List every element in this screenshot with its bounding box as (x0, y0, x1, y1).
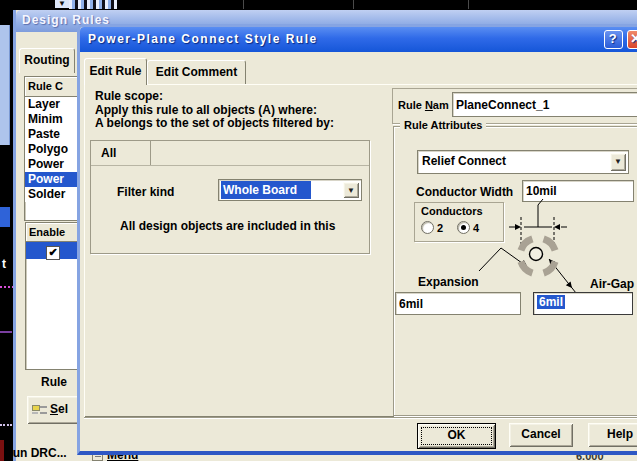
pcb-highlight-fragment (0, 207, 10, 227)
rule-scope-line1: Apply this rule to all objects (A) where… (95, 103, 317, 117)
dialog-titlebar[interactable]: Power-Plane Connect Style Rule ? ✕ (80, 27, 637, 52)
tab-edit-comment[interactable]: Edit Comment (147, 60, 246, 85)
cancel-button[interactable]: Cancel (509, 423, 573, 447)
air-gap-input[interactable]: 6mil (533, 292, 633, 315)
window-edge-fragment (0, 25, 10, 145)
filter-kind-combobox[interactable]: Whole Board ▼ (218, 179, 362, 201)
rule-name-label: Rule Nam (398, 99, 449, 111)
rule-scope-line2: A belongs to the set of objects filtered… (95, 116, 334, 130)
select-button-icon (32, 404, 47, 416)
toolbar-stripes-fragment (69, 0, 117, 9)
select-button-label: Sel (50, 402, 68, 416)
filter-kind-value: Whole Board (221, 181, 311, 199)
list-item-layer[interactable]: Layer (25, 97, 85, 112)
enabled-checkbox[interactable]: ✔ (46, 246, 60, 260)
ok-button[interactable]: OK (417, 423, 496, 449)
toolbar-dropdown-arrow-icon[interactable]: ▼ (55, 0, 69, 8)
pcb-trace-fragment (0, 331, 12, 333)
filter-tab-strip: All (91, 141, 369, 166)
connect-style-combobox[interactable]: Relief Connect ▼ (417, 150, 629, 174)
filter-description: All design objects are included in this (120, 219, 364, 233)
close-button[interactable]: ✕ (627, 30, 637, 49)
pcb-text-fragment: t (2, 257, 6, 271)
filter-kind-label: Filter kind (117, 185, 174, 199)
expansion-input[interactable] (395, 292, 521, 315)
rule-name-input[interactable] (452, 92, 637, 117)
conductors-radio-2[interactable]: 2 (421, 221, 443, 234)
run-drc-button[interactable]: Run DRC... (4, 446, 67, 460)
chevron-down-icon[interactable]: ▼ (610, 153, 626, 171)
help-titlebar-button[interactable]: ? (604, 30, 623, 49)
tab-routing[interactable]: Routing (19, 48, 75, 73)
connect-style-value: Relief Connect (422, 151, 506, 171)
air-gap-label: Air-Gap (590, 277, 637, 291)
rule-scope-heading: Rule scope: (95, 89, 163, 103)
help-button[interactable]: Help (588, 423, 637, 447)
list-item-minimum[interactable]: Minim (25, 112, 85, 127)
button-separator (84, 417, 637, 419)
tab-edit-rule[interactable]: Edit Rule (84, 58, 147, 85)
chevron-down-icon[interactable]: ▼ (343, 182, 359, 198)
select-button[interactable]: Sel (27, 396, 82, 424)
filter-box: All Filter kind Whole Board ▼ All design… (90, 140, 370, 254)
list-item-paste[interactable]: Paste (25, 127, 85, 142)
dialog-title: Power-Plane Connect Style Rule (88, 32, 318, 46)
pcb-grid-line (468, 0, 469, 9)
list-item-solder[interactable]: Solder (25, 187, 85, 202)
list-item-power-plane-selected[interactable]: Power (25, 172, 85, 187)
pcb-trace-fragment (0, 424, 12, 426)
radio-2-label: 2 (437, 222, 443, 234)
expansion-label: Expansion (418, 275, 482, 289)
pcb-grid-line (353, 0, 354, 9)
rule-label: Rule (41, 375, 67, 389)
rule-attributes-label: Rule Attributes (400, 119, 486, 131)
air-gap-value: 6mil (537, 295, 565, 309)
rule-class-column-header[interactable]: Rule C (25, 77, 85, 97)
screen: ▼ t Design Rules Routing Rule C Layer Mi… (0, 0, 637, 461)
rule-attributes-groupbox: Rule Attributes Relief Connect ▼ Conduct… (393, 126, 637, 416)
filter-tab-all[interactable]: All (93, 141, 151, 165)
list-item-power[interactable]: Power (25, 157, 85, 172)
radio-icon[interactable] (421, 221, 434, 234)
pcb-trace-fragment (0, 286, 14, 288)
power-plane-dialog: Power-Plane Connect Style Rule ? ✕ Edit … (77, 24, 637, 455)
list-item-polygon[interactable]: Polygo (25, 142, 85, 157)
pcb-grid-line (243, 0, 244, 9)
